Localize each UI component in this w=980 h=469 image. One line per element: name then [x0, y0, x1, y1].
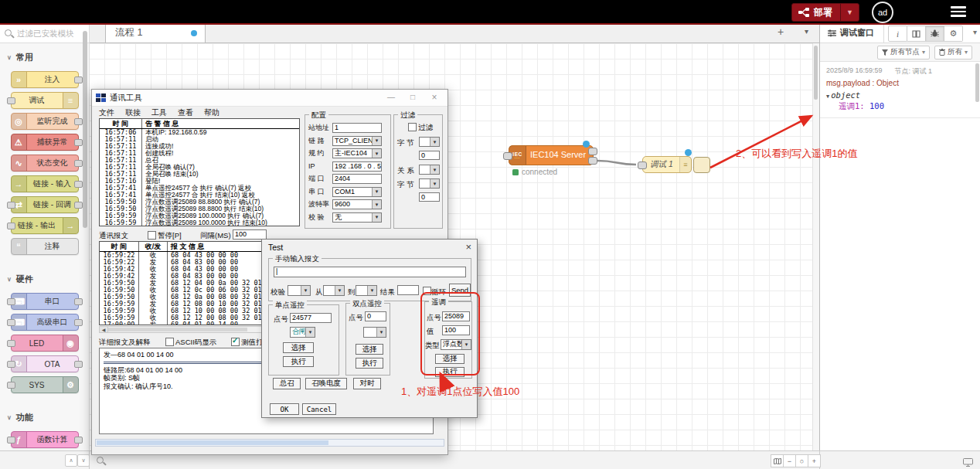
palette-collapse-down-button[interactable]: ∨ — [77, 454, 90, 467]
to-combo[interactable]: ▼ — [356, 285, 377, 296]
sidebar-options-caret[interactable]: ▾ — [973, 28, 977, 36]
navigator-button[interactable] — [771, 454, 784, 467]
adjust-point-input[interactable]: 25089 — [442, 311, 470, 321]
byte2-combo[interactable]: ▼ — [419, 178, 440, 189]
filter-checkbox[interactable] — [408, 123, 417, 131]
iec104-input-port[interactable] — [503, 152, 512, 160]
palette-node-complete[interactable]: ◎监听完成 — [11, 113, 79, 130]
print-checkbox[interactable] — [231, 338, 240, 346]
debug-input-port[interactable] — [638, 161, 647, 169]
collapse-caret-icon[interactable]: ▼ — [826, 93, 829, 100]
test-bottom-button-1[interactable]: 召唤电度 — [305, 378, 347, 389]
palette-node-serial-adv[interactable]: ⌨高级串口 — [11, 314, 79, 331]
byte2-value-input[interactable]: 0 — [419, 192, 440, 202]
palette-node-led[interactable]: ◉LED — [11, 335, 79, 352]
single-select-button[interactable]: 选择 — [283, 342, 314, 353]
menu-item-4[interactable]: 帮助 — [204, 107, 219, 118]
debug-scrollbar[interactable] — [975, 63, 979, 102]
from-combo[interactable]: ▼ — [323, 285, 345, 296]
canvas-vertical-scrollbar[interactable] — [812, 43, 819, 450]
palette-node-function[interactable]: ƒ函数计算 — [11, 431, 79, 448]
flow-node-iec104-server[interactable]: IEC▪▪▪ IEC104 Server — [509, 145, 594, 165]
flow-node-debug-1[interactable]: 调试 1 ≡ — [642, 156, 692, 173]
user-avatar[interactable]: ad — [872, 2, 893, 23]
menu-item-1[interactable]: 联接 — [125, 107, 141, 118]
palette-node-inject[interactable]: »注入 — [11, 71, 79, 88]
iec104-output-port-2[interactable] — [588, 157, 597, 165]
config-combo[interactable]: COM1▼ — [332, 187, 382, 197]
debug-window-tab[interactable]: 调试窗口 — [820, 23, 884, 42]
help-docs-button[interactable] — [907, 25, 926, 42]
cancel-button[interactable]: Cancel — [302, 403, 336, 415]
palette-search[interactable] — [0, 23, 89, 43]
deploy-options-caret[interactable]: ▼ — [840, 4, 859, 21]
deploy-button[interactable]: 部署 ▼ — [791, 3, 859, 22]
palette-section-1[interactable]: ∨硬件 — [0, 270, 89, 288]
iec104-output-port-1[interactable] — [588, 148, 597, 155]
check-type-combo[interactable]: ▼ — [288, 285, 311, 296]
adjust-exec-button[interactable]: 执行 — [435, 367, 464, 377]
config-input[interactable]: 1 — [332, 123, 382, 133]
palette-node-link-in[interactable]: →链接 - 输入 — [11, 175, 79, 192]
zoom-reset-button[interactable]: ○ — [796, 454, 808, 467]
pause-checkbox[interactable] — [148, 231, 156, 240]
adjust-select-button[interactable]: 选择 — [435, 354, 464, 364]
double-exec-button[interactable]: 执行 — [356, 358, 383, 369]
flow-tab[interactable]: 流程 1 — [105, 23, 206, 42]
double-point-input[interactable]: 0 — [365, 311, 386, 321]
open-dashboard-button[interactable] — [963, 456, 973, 469]
palette-node-serial[interactable]: ⌨串口 — [11, 293, 79, 310]
palette-node-catch[interactable]: ⚠捕获异常 — [11, 134, 79, 151]
config-combo[interactable]: 无▼ — [332, 212, 382, 223]
alarm-table[interactable]: 时 间 告 警 信 息 16:57:06本机IP: 192.168.0.5916… — [99, 118, 300, 226]
config-combo[interactable]: TCP_CLIENT▼ — [332, 136, 382, 146]
double-select-button[interactable]: 选择 — [356, 344, 383, 355]
byte-value-input[interactable]: 0 — [419, 151, 440, 160]
palette-node-link-out[interactable]: →链接 - 输出 — [11, 217, 79, 234]
palette-collapse-up-button[interactable]: ∧ — [65, 454, 77, 467]
palette-node-sys[interactable]: ⚙SYS — [11, 376, 79, 393]
config-combo[interactable]: 9600▼ — [332, 199, 382, 209]
adjust-type-combo[interactable]: 浮点数▼ — [441, 339, 471, 350]
manual-message-input[interactable]: | — [274, 267, 466, 277]
single-mode-combo[interactable]: 合闸▼ — [290, 327, 315, 338]
palette-node-status[interactable]: ∿状态变化 — [11, 155, 79, 172]
palette-node-ota[interactable]: ↻OTA — [11, 355, 79, 372]
debug-enable-toggle-button[interactable] — [693, 157, 710, 173]
ascii-checkbox[interactable] — [165, 338, 174, 346]
palette-section-2[interactable]: ∨功能 — [0, 408, 89, 427]
send-button[interactable]: Send — [449, 284, 471, 297]
flow-list-caret[interactable]: ▾ — [805, 27, 808, 36]
config-input[interactable]: 192 .168 . 0 . 59 — [332, 161, 382, 172]
canvas-search-icon[interactable] — [97, 457, 104, 464]
relation-combo[interactable]: ▼ — [419, 165, 440, 175]
zoom-out-button[interactable]: − — [784, 454, 796, 467]
debug-object-root[interactable]: ▼object — [826, 90, 974, 100]
config-input[interactable]: 2404 — [332, 174, 382, 184]
info-button[interactable]: i — [888, 25, 907, 42]
single-exec-button[interactable]: 执行 — [283, 356, 314, 367]
menu-item-3[interactable]: 查看 — [178, 107, 193, 118]
settings-button[interactable]: ⚙ — [944, 25, 963, 42]
double-mode-combo[interactable]: ▼ — [363, 327, 386, 338]
add-flow-button[interactable]: + — [773, 25, 788, 40]
palette-search-input[interactable] — [15, 28, 85, 39]
result-input[interactable] — [397, 285, 419, 295]
palette-node-debug[interactable]: ≡调试 — [11, 92, 79, 109]
close-button[interactable]: × — [426, 91, 443, 104]
config-combo[interactable]: 主-IEC104▼ — [332, 148, 382, 158]
comm-window-hscrollbar[interactable] — [95, 439, 444, 447]
test-bottom-button-0[interactable]: 总召 — [273, 378, 301, 389]
zoom-in-button[interactable]: + — [808, 454, 821, 467]
menu-item-0[interactable]: 文件 — [99, 107, 114, 118]
test-dialog-close-button[interactable]: × — [465, 241, 471, 253]
loop-checkbox[interactable] — [423, 287, 431, 295]
minimize-button[interactable]: — — [383, 91, 400, 104]
main-menu-button[interactable] — [951, 6, 966, 17]
menu-item-2[interactable]: 工具 — [151, 107, 167, 118]
clear-messages-button[interactable]: 所有▾ — [934, 46, 972, 59]
filter-nodes-button[interactable]: 所有节点▾ — [877, 46, 930, 59]
debug-message[interactable]: 2025/8/9 16:59:59 节点: 调试 1 msg.payload :… — [820, 62, 980, 118]
alarm-row[interactable]: 16:59:59浮点数遥调25089 100.0000 执行 结束(10) — [100, 219, 299, 226]
debug-messages-button[interactable] — [926, 25, 944, 42]
